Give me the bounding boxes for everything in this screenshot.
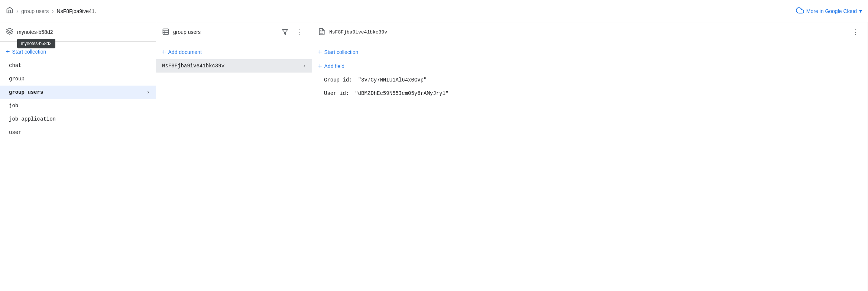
add-document-label: Add document (168, 49, 202, 55)
sidebar-item-group-users[interactable]: group users › (0, 86, 156, 99)
more-in-google-cloud-button[interactable]: More in Google Cloud ▾ (796, 6, 862, 16)
right-start-collection-button[interactable]: + Start collection (312, 45, 868, 59)
vertical-dots-icon: ⋮ (297, 28, 303, 36)
chevron-down-icon: ▾ (859, 7, 862, 15)
document-id-label: NsF8Fjba9ive41bkc39v (162, 63, 224, 69)
nav-item-label: job (9, 103, 18, 109)
nav-item-label: group users (9, 89, 43, 95)
right-panel-content: + Start collection + Add field Group id:… (312, 42, 868, 291)
top-bar: › group users › NsF8Fjba9ive41. More in … (0, 0, 868, 22)
plus-icon: + (162, 49, 166, 55)
nav-item-label: group (9, 76, 25, 82)
sidebar-item-job[interactable]: job (0, 99, 156, 112)
left-panel-header-left: mynotes-b58d2 mynotes-b58d2 (6, 28, 53, 36)
main-content: mynotes-b58d2 mynotes-b58d2 + Start coll… (0, 22, 868, 291)
left-panel: mynotes-b58d2 mynotes-b58d2 + Start coll… (0, 22, 156, 291)
sidebar-item-user[interactable]: user (0, 126, 156, 139)
stacked-layers-icon (6, 28, 13, 36)
middle-panel-header-left: group users (162, 28, 201, 36)
breadcrumb-sep-2: › (52, 8, 54, 15)
middle-panel-title: group users (173, 29, 201, 35)
breadcrumb-doc-id: NsF8Fjba9ive41. (57, 8, 96, 14)
field-row-group-id: Group id: "3V7Cy7NNIU1Al64x0GVp" (312, 73, 868, 87)
add-field-label: Add field (324, 63, 344, 69)
svg-marker-5 (282, 29, 288, 35)
sidebar-item-job-application[interactable]: job application (0, 112, 156, 126)
middle-panel-header-right: ⋮ (279, 26, 306, 38)
sidebar-item-chat[interactable]: chat (0, 59, 156, 72)
right-panel: NsF8Fjba9ive41bkc39v ⋮ + Start collectio… (312, 22, 868, 291)
middle-panel-content: + Add document NsF8Fjba9ive41bkc39v › (156, 42, 312, 291)
nav-item-label: user (9, 129, 22, 135)
vertical-dots-icon: ⋮ (852, 28, 859, 36)
nav-item-label: chat (9, 63, 22, 68)
chevron-right-icon: › (147, 89, 150, 95)
sidebar-item-group[interactable]: group (0, 72, 156, 86)
plus-icon: + (318, 49, 322, 55)
more-options-icon-button[interactable]: ⋮ (294, 26, 306, 38)
chevron-right-icon: › (303, 63, 306, 69)
middle-panel: group users ⋮ + Add document NsF8Fjba9iv… (156, 22, 312, 291)
left-panel-title[interactable]: mynotes-b58d2 (17, 29, 53, 35)
collection-icon (162, 28, 169, 36)
nav-item-label: job application (9, 116, 56, 122)
right-panel-header-left: NsF8Fjba9ive41bkc39v (318, 28, 387, 36)
plus-icon: + (318, 63, 322, 70)
field-row-user-id: User id: "dBMZDhEc59N55Icm05y6rAMyJry1" (312, 87, 868, 100)
home-icon[interactable] (6, 6, 13, 16)
plus-icon: + (6, 48, 10, 55)
start-collection-button[interactable]: + Start collection (0, 45, 156, 59)
svg-rect-1 (163, 29, 169, 34)
right-panel-more-options-button[interactable]: ⋮ (850, 26, 862, 38)
middle-panel-header: group users ⋮ (156, 22, 312, 42)
right-panel-header: NsF8Fjba9ive41bkc39v ⋮ (312, 22, 868, 42)
right-panel-header-right: ⋮ (850, 26, 862, 38)
start-collection-label: Start collection (12, 49, 46, 55)
document-icon (318, 28, 326, 36)
field-value-group-id: "3V7Cy7NNIU1Al64x0GVp" (358, 77, 427, 83)
field-key-group-id: Group id: (324, 77, 352, 83)
breadcrumb: › group users › NsF8Fjba9ive41. (6, 6, 96, 16)
breadcrumb-sep-1: › (16, 8, 18, 15)
field-value-user-id: "dBMZDhEc59N55Icm05y6rAMyJry1" (355, 90, 448, 96)
cloud-icon (796, 6, 804, 16)
document-row[interactable]: NsF8Fjba9ive41bkc39v › (156, 59, 312, 73)
field-key-user-id: User id: (324, 90, 349, 96)
more-in-cloud-label: More in Google Cloud (806, 8, 857, 14)
add-field-button[interactable]: + Add field (312, 59, 868, 73)
left-panel-title-container: mynotes-b58d2 mynotes-b58d2 (17, 29, 53, 35)
svg-marker-0 (7, 28, 13, 31)
left-panel-header: mynotes-b58d2 mynotes-b58d2 (0, 22, 156, 42)
add-document-button[interactable]: + Add document (156, 45, 312, 59)
filter-icon-button[interactable] (279, 26, 291, 38)
right-start-collection-label: Start collection (324, 49, 359, 55)
left-panel-content: + Start collection chat group group user… (0, 42, 156, 291)
breadcrumb-group-users[interactable]: group users (21, 8, 49, 14)
right-panel-title: NsF8Fjba9ive41bkc39v (329, 29, 387, 35)
